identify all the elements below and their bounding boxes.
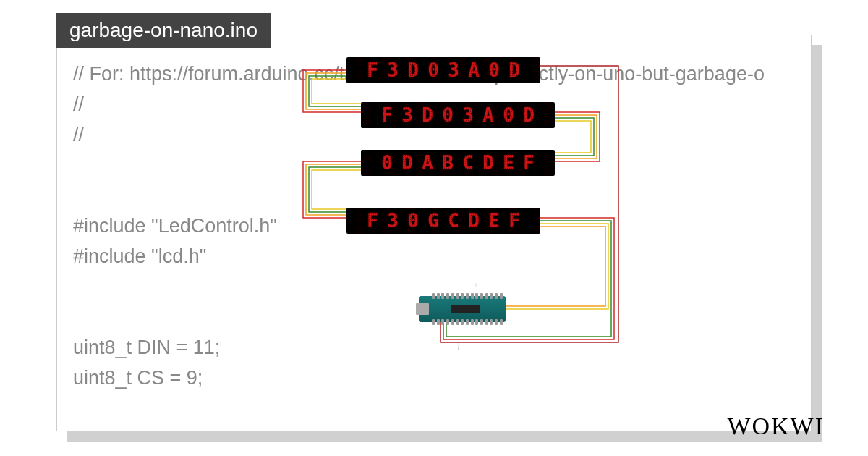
preview-card: // For: https://forum.arduino.cc/t/max72… xyxy=(56,35,812,431)
code-line-10: uint8_t DIN = 11; xyxy=(73,337,220,358)
led-matrix-2[interactable] xyxy=(361,102,555,128)
code-line-3: // xyxy=(73,124,84,145)
arrow-down-icon xyxy=(458,324,459,368)
code-line-7: #include "lcd.h" xyxy=(73,245,206,267)
code-line-2: // xyxy=(73,93,84,115)
arrow-up-icon xyxy=(475,274,477,296)
led-matrix-2-text xyxy=(378,105,537,125)
microcontroller-chip xyxy=(451,305,480,313)
file-title-text: garbage-on-nano.ino xyxy=(69,19,258,41)
wokwi-logo: WOKWI xyxy=(727,413,825,440)
nano-pins-top xyxy=(432,293,503,299)
file-title-tab: garbage-on-nano.ino xyxy=(56,13,271,48)
circuit-diagram[interactable] xyxy=(274,57,723,397)
led-matrix-1[interactable] xyxy=(346,57,540,83)
arduino-nano-board[interactable] xyxy=(419,296,506,322)
led-matrix-3-text xyxy=(378,153,537,173)
nano-pins-bottom xyxy=(432,319,503,325)
code-line-6: #include "LedControl.h" xyxy=(73,215,277,237)
wokwi-logo-text: WOKWI xyxy=(727,413,825,439)
led-matrix-1-text xyxy=(364,60,523,80)
led-matrix-3[interactable] xyxy=(361,150,555,176)
usb-port xyxy=(416,303,429,315)
code-line-11: uint8_t CS = 9; xyxy=(73,367,203,389)
led-matrix-4[interactable] xyxy=(346,208,540,234)
led-matrix-4-text xyxy=(364,211,523,231)
